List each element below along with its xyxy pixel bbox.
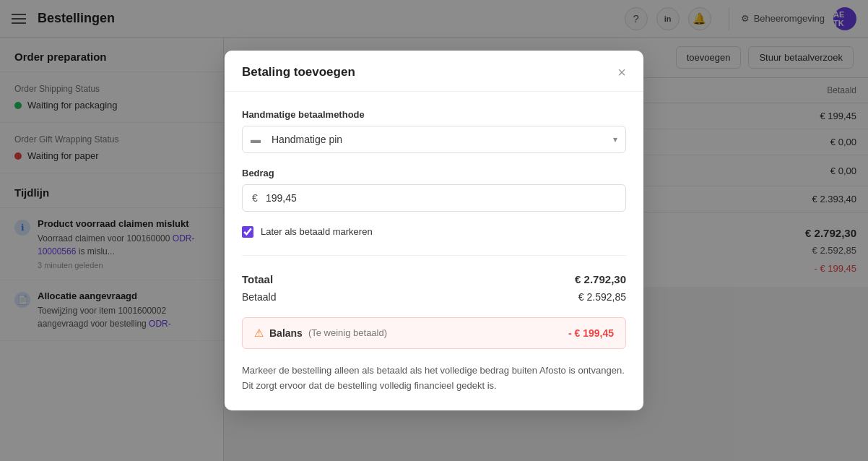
balance-warning-amount: - € 199,45	[568, 327, 614, 339]
modal-body: Handmatige betaalmethode ▬ Handmatige pi…	[225, 92, 643, 411]
modal-overlay[interactable]: Betaling toevoegen × Handmatige betaalme…	[0, 0, 868, 461]
balance-warning-left: ⚠ Balans (Te weinig betaald)	[254, 327, 387, 340]
modal-close-button[interactable]: ×	[617, 65, 626, 79]
amount-wrapper: €	[242, 184, 626, 212]
modal-title: Betaling toevoegen	[242, 65, 355, 79]
payment-method-label: Handmatige betaalmethode	[242, 109, 626, 120]
balance-warning: ⚠ Balans (Te weinig betaald) - € 199,45	[242, 317, 626, 349]
modal-totaal-row: Totaal € 2.792,30	[242, 270, 626, 288]
modal-totals: Totaal € 2.792,30 Betaald € 2.592,85	[242, 270, 626, 306]
payment-method-select[interactable]: Handmatige pin	[242, 126, 626, 153]
later-betaald-label[interactable]: Later als betaald markeren	[261, 226, 373, 237]
balance-warning-sub: (Te weinig betaald)	[308, 327, 387, 338]
balance-warning-label: Balans	[269, 327, 303, 339]
modal-divider	[242, 255, 626, 256]
later-betaald-checkbox[interactable]	[242, 226, 253, 238]
modal-betaald-value: € 2.592,85	[578, 291, 626, 303]
modal-header: Betaling toevoegen ×	[225, 51, 643, 92]
warning-icon: ⚠	[254, 327, 264, 340]
modal-totaal-label: Totaal	[242, 273, 273, 285]
modal-betaald-row: Betaald € 2.592,85	[242, 288, 626, 306]
info-text: Markeer de bestelling alleen als betaald…	[242, 363, 626, 394]
bedrag-input[interactable]	[242, 184, 626, 212]
euro-prefix: €	[252, 192, 258, 204]
payment-method-wrapper: ▬ Handmatige pin ▾	[242, 126, 626, 153]
bedrag-label: Bedrag	[242, 168, 626, 178]
card-icon: ▬	[251, 134, 261, 145]
betaling-modal: Betaling toevoegen × Handmatige betaalme…	[225, 51, 643, 411]
modal-totaal-value: € 2.792,30	[575, 273, 626, 285]
modal-betaald-label: Betaald	[242, 291, 276, 303]
checkbox-row: Later als betaald markeren	[242, 226, 626, 238]
